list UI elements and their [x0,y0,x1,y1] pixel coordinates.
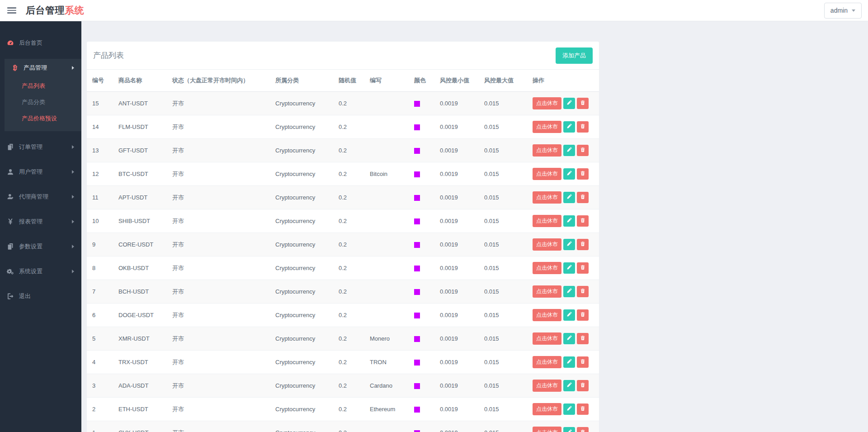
sidebar-item-logout[interactable]: 退出 [0,287,81,305]
delete-button[interactable] [577,286,589,297]
delete-button[interactable] [577,168,589,180]
color-swatch [414,171,420,177]
column-header: 风控最小值 [434,70,479,92]
edit-button[interactable] [563,286,575,297]
market-toggle-button[interactable]: 点击休市 [533,262,561,274]
cell-random: 0.2 [333,209,364,233]
cell-actions: 点击休市 [527,374,599,398]
market-toggle-button[interactable]: 点击休市 [533,285,561,298]
cell-category: Cryptocurrency [270,162,333,186]
sidebar-entry: 订单管理 [0,138,81,156]
delete-button[interactable] [577,309,589,321]
color-swatch [414,360,420,366]
sidebar-entry: 系统设置 [0,262,81,280]
cell-random: 0.2 [333,186,364,209]
edit-button[interactable] [563,427,575,432]
trash-icon [580,359,585,366]
trash-icon [580,335,585,342]
delete-button[interactable] [577,215,589,227]
cell-risk-max: 0.015 [479,351,527,374]
delete-button[interactable] [577,380,589,391]
edit-button[interactable] [563,262,575,274]
user-dropdown[interactable]: admin [824,3,862,19]
cell-id: 2 [87,398,113,421]
edit-button[interactable] [563,356,575,368]
delete-button[interactable] [577,121,589,133]
cell-actions: 点击休市 [527,92,599,115]
sidebar-item-reports[interactable]: 报表管理 [0,213,81,231]
sidebar-item-home[interactable]: 后台首页 [0,34,81,52]
delete-button[interactable] [577,262,589,274]
market-toggle-button[interactable]: 点击休市 [533,191,561,204]
cell-id: 13 [87,139,113,162]
cell-risk-max: 0.015 [479,139,527,162]
caret-right-icon [72,145,74,149]
cell-id: 8 [87,256,113,280]
sidebar-subitem-product-category[interactable]: 产品分类 [5,94,81,110]
cell-color [409,209,434,233]
cell-status: 开市 [167,209,270,233]
gears-icon [6,268,14,275]
page-title: 产品列表 [93,50,124,61]
logo-text-accent: 系统 [65,5,84,15]
sidebar-item-label: 退出 [19,292,31,300]
market-toggle-button[interactable]: 点击休市 [533,238,561,251]
edit-button[interactable] [563,239,575,250]
market-toggle-button[interactable]: 点击休市 [533,380,561,392]
market-toggle-button[interactable]: 点击休市 [533,403,561,415]
sidebar-item-products[interactable]: 产品管理 [5,59,81,77]
sidebar-subitem-product-price-preset[interactable]: 产品价格预设 [5,110,81,127]
sidebar-item-agents[interactable]: 代理商管理 [0,188,81,206]
color-swatch [414,289,420,295]
market-toggle-button[interactable]: 点击休市 [533,144,561,157]
color-swatch [414,195,420,201]
delete-button[interactable] [577,145,589,156]
sidebar-item-label: 系统设置 [19,267,42,275]
chevron-down-icon [852,9,855,12]
sidebar-subitem-product-list[interactable]: 产品列表 [5,78,81,94]
delete-button[interactable] [577,427,589,432]
delete-button[interactable] [577,404,589,415]
market-toggle-button[interactable]: 点击休市 [533,168,561,180]
edit-button[interactable] [563,333,575,344]
edit-button[interactable] [563,215,575,227]
market-toggle-button[interactable]: 点击休市 [533,121,561,133]
cell-category: Cryptocurrency [270,209,333,233]
edit-button[interactable] [563,121,575,133]
edit-button[interactable] [563,145,575,156]
sidebar-item-system[interactable]: 系统设置 [0,262,81,280]
add-product-button[interactable]: 添加产品 [556,47,593,64]
hamburger-menu-icon[interactable] [7,7,16,14]
params-icon [6,243,14,250]
pencil-icon [566,312,572,318]
edit-button[interactable] [563,98,575,109]
cell-color [409,351,434,374]
market-toggle-button[interactable]: 点击休市 [533,215,561,227]
delete-button[interactable] [577,192,589,203]
pencil-icon [566,123,572,130]
market-toggle-button[interactable]: 点击休市 [533,356,561,368]
sidebar-item-orders[interactable]: 订单管理 [0,138,81,156]
market-toggle-button[interactable]: 点击休市 [533,309,561,321]
delete-button[interactable] [577,239,589,250]
pencil-icon [566,406,572,413]
cell-color [409,327,434,351]
sidebar-item-users[interactable]: 用户管理 [0,163,81,181]
delete-button[interactable] [577,356,589,368]
edit-button[interactable] [563,168,575,180]
column-header: 风控最大值 [479,70,527,92]
agents-icon [6,193,14,200]
trash-icon [580,147,585,154]
column-header: 随机值 [333,70,364,92]
delete-button[interactable] [577,98,589,109]
market-toggle-button[interactable]: 点击休市 [533,427,561,432]
sidebar-item-params[interactable]: 参数设置 [0,237,81,256]
delete-button[interactable] [577,333,589,344]
cell-risk-min: 0.0019 [434,398,479,421]
edit-button[interactable] [563,309,575,321]
edit-button[interactable] [563,380,575,391]
edit-button[interactable] [563,192,575,203]
market-toggle-button[interactable]: 点击休市 [533,332,561,345]
market-toggle-button[interactable]: 点击休市 [533,97,561,109]
edit-button[interactable] [563,404,575,415]
